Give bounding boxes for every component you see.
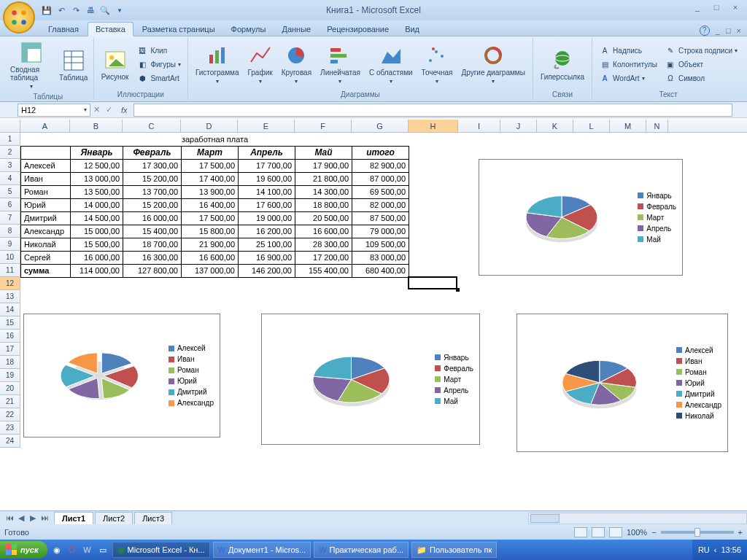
table-cell[interactable]: 109 500,00 xyxy=(352,238,409,251)
chrome-icon[interactable]: ◉ xyxy=(50,543,63,556)
cell-M2[interactable] xyxy=(610,146,646,159)
table-cell[interactable]: 15 500,00 xyxy=(71,238,123,251)
zoom-slider[interactable] xyxy=(661,531,734,534)
print-preview-icon[interactable]: 🔍 xyxy=(99,4,111,16)
row-header-15[interactable]: 15 xyxy=(0,316,20,330)
cell-B13[interactable] xyxy=(70,290,123,303)
qat-more-icon[interactable]: ▼ xyxy=(114,4,125,16)
pivot-table-button[interactable]: Сводная таблица▾ xyxy=(7,39,55,91)
tab-review[interactable]: Рецензирование xyxy=(320,23,396,36)
cell-C13[interactable] xyxy=(123,290,181,303)
cell-N12[interactable] xyxy=(646,277,668,290)
picture-button[interactable]: Рисунок xyxy=(98,47,132,82)
table-cell[interactable]: 17 400,00 xyxy=(182,172,239,185)
table-cell[interactable]: 155 400,00 xyxy=(295,264,352,277)
wordart-button[interactable]: AWordArt▾ xyxy=(597,71,659,85)
redo-icon[interactable]: ↷ xyxy=(70,4,82,16)
clock[interactable]: 13:56 xyxy=(721,545,741,554)
table-cell[interactable]: 17 500,00 xyxy=(182,159,239,172)
name-box[interactable]: H12▾ xyxy=(18,104,90,117)
table-cell[interactable]: 13 000,00 xyxy=(71,172,123,185)
zoom-out-button[interactable]: − xyxy=(651,528,656,537)
fx-icon[interactable]: fx xyxy=(121,106,128,114)
table-cell[interactable]: 16 000,00 xyxy=(71,251,123,264)
table-cell[interactable]: Роман xyxy=(21,185,71,198)
cell-K12[interactable] xyxy=(537,277,573,290)
other-charts-button[interactable]: Другие диаграммы▾ xyxy=(458,42,528,86)
table-cell[interactable]: 15 200,00 xyxy=(123,198,182,211)
cell-I12[interactable] xyxy=(458,277,500,290)
tab-insert[interactable]: Вставка xyxy=(88,22,133,36)
cell-L2[interactable] xyxy=(573,146,610,159)
save-icon[interactable]: 💾 xyxy=(41,4,53,16)
pie-chart-button[interactable]: Круговая▾ xyxy=(279,42,314,86)
table-cell[interactable]: 69 500,00 xyxy=(352,185,409,198)
textbox-button[interactable]: AНадпись xyxy=(597,44,659,57)
table-cell[interactable]: 18 800,00 xyxy=(295,198,352,211)
cell-G13[interactable] xyxy=(352,290,409,303)
table-cell[interactable]: 87 000,00 xyxy=(352,172,409,185)
sheet-tab-3[interactable]: Лист3 xyxy=(134,512,172,524)
doc-restore-button[interactable]: □ xyxy=(726,26,731,35)
row-header-2[interactable]: 2 xyxy=(0,146,20,159)
cell-M1[interactable] xyxy=(610,133,646,146)
sheet-prev-icon[interactable]: ◀ xyxy=(16,513,26,523)
row-header-14[interactable]: 14 xyxy=(0,303,20,316)
cell-B12[interactable] xyxy=(70,277,123,290)
col-header-M[interactable]: M xyxy=(610,120,646,132)
cell-D12[interactable] xyxy=(181,277,238,290)
cell-H6[interactable] xyxy=(409,198,458,211)
enter-icon[interactable]: ✓ xyxy=(106,105,112,114)
table-cell[interactable]: Алексей xyxy=(21,159,71,172)
col-header-B[interactable]: B xyxy=(70,120,123,132)
table-cell[interactable]: 680 400,00 xyxy=(352,264,409,277)
view-pagebreak-button[interactable] xyxy=(609,527,622,537)
table-cell[interactable]: 14 500,00 xyxy=(71,211,123,225)
cell-I1[interactable] xyxy=(458,133,500,146)
quick-print-icon[interactable]: 🖶 xyxy=(85,4,96,16)
sheet-last-icon[interactable]: ⏭ xyxy=(39,513,50,523)
cell-M12[interactable] xyxy=(610,277,646,290)
word-icon[interactable]: W xyxy=(81,543,94,556)
undo-icon[interactable]: ↶ xyxy=(55,4,67,16)
tab-home[interactable]: Главная xyxy=(41,23,86,36)
sheet-next-icon[interactable]: ▶ xyxy=(28,513,38,523)
embedded-chart[interactable]: АлексейИванРоманЮрийДмитрийАлександрНико… xyxy=(516,314,728,452)
start-button[interactable]: пуск xyxy=(0,541,47,559)
cell-M13[interactable] xyxy=(610,290,646,303)
cell-L13[interactable] xyxy=(573,290,610,303)
object-button[interactable]: ▣Объект xyxy=(662,58,740,71)
fill-handle[interactable] xyxy=(456,288,460,292)
col-header-K[interactable]: K xyxy=(537,120,573,132)
cell-C12[interactable] xyxy=(123,277,181,290)
col-header-J[interactable]: J xyxy=(500,120,537,132)
cell-H5[interactable] xyxy=(409,185,458,198)
help-icon[interactable]: ? xyxy=(700,26,710,36)
cell-H13[interactable] xyxy=(409,290,458,303)
view-normal-button[interactable] xyxy=(574,527,587,537)
show-desktop-icon[interactable]: ▭ xyxy=(96,543,109,556)
minimize-button[interactable]: _ xyxy=(690,3,705,12)
table-cell[interactable]: 83 000,00 xyxy=(352,251,409,264)
col-header-N[interactable]: N xyxy=(646,120,668,132)
table-cell[interactable]: 16 200,00 xyxy=(239,225,295,238)
cell-N13[interactable] xyxy=(646,290,668,303)
cell-H2[interactable] xyxy=(409,146,458,159)
table-cell[interactable]: Иван xyxy=(21,172,71,185)
doc-close-button[interactable]: × xyxy=(737,26,741,35)
table-cell[interactable]: 25 100,00 xyxy=(239,238,295,251)
table-cell[interactable]: 146 200,00 xyxy=(239,264,295,277)
row-header-16[interactable]: 16 xyxy=(0,330,20,343)
table-cell[interactable]: 82 900,00 xyxy=(352,159,409,172)
cell-L1[interactable] xyxy=(573,133,610,146)
tray-arrow-icon[interactable]: ‹ xyxy=(714,545,717,554)
cell-A12[interactable] xyxy=(20,277,70,290)
table-cell[interactable]: 16 400,00 xyxy=(182,198,239,211)
row-header-1[interactable]: 1 xyxy=(0,133,20,146)
cell-H1[interactable] xyxy=(409,133,458,146)
table-cell[interactable]: 17 300,00 xyxy=(123,159,182,172)
taskbar-item[interactable]: ▦Microsoft Excel - Кн... xyxy=(112,542,210,558)
table-cell[interactable]: 28 300,00 xyxy=(295,238,352,251)
row-header-23[interactable]: 23 xyxy=(0,421,20,435)
tab-data[interactable]: Данные xyxy=(274,23,318,36)
